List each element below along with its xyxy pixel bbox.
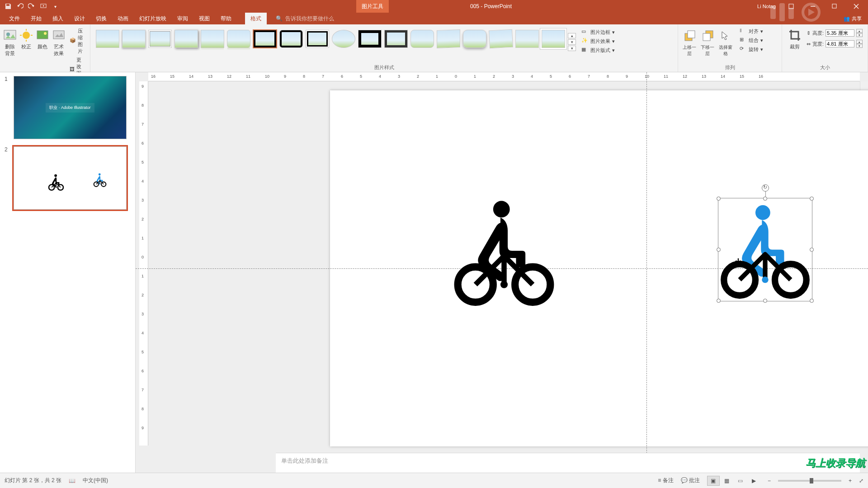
redo-icon[interactable] — [28, 3, 35, 10]
style-thumb-3[interactable] — [148, 30, 172, 48]
zoom-out-button[interactable]: − — [768, 478, 771, 484]
slide-thumbnails-panel[interactable]: 1 职业 · Adobe Illustrator 2 — [0, 72, 136, 473]
send-backward-button[interactable]: 下移一层 — [699, 27, 716, 57]
group-button[interactable]: ⊞组合 ▾ — [738, 36, 765, 44]
gallery-down-icon[interactable]: ▾ — [568, 39, 576, 45]
corrections-button[interactable]: 校正 — [19, 26, 33, 50]
style-thumb-4[interactable] — [175, 30, 198, 48]
style-thumb-14[interactable] — [437, 29, 460, 48]
style-thumb-16[interactable] — [489, 29, 513, 49]
normal-view-icon[interactable]: ▣ — [707, 476, 720, 486]
user-name[interactable]: Li Notag — [755, 4, 778, 9]
style-thumb-2[interactable] — [122, 30, 146, 48]
tab-design[interactable]: 设计 — [69, 13, 90, 24]
rotation-handle[interactable] — [762, 184, 769, 192]
tab-animations[interactable]: 动画 — [112, 13, 134, 24]
style-thumb-5[interactable] — [201, 30, 224, 48]
resize-handle-bl[interactable] — [717, 299, 721, 303]
selection-pane-button[interactable]: 选择窗格 — [717, 27, 734, 57]
style-thumb-11[interactable] — [358, 30, 382, 48]
style-thumb-10[interactable] — [332, 30, 355, 48]
picture-layout-button[interactable]: ▦图片版式 ▾ — [580, 46, 617, 54]
style-thumb-1[interactable] — [96, 30, 119, 48]
tab-review[interactable]: 审阅 — [172, 13, 193, 24]
share-label: 共享 — [852, 15, 862, 22]
language-indicator[interactable]: 中文(中国) — [83, 477, 108, 484]
blue-cyclist-image[interactable] — [719, 199, 811, 300]
color-button[interactable]: 颜色 — [35, 26, 50, 50]
style-thumb-12[interactable] — [384, 30, 408, 48]
tab-insert[interactable]: 插入 — [47, 13, 69, 24]
resize-handle-tl[interactable] — [717, 197, 721, 201]
gallery-scroll[interactable]: ▴ ▾ ▾ — [568, 26, 576, 54]
resize-handle-tr[interactable] — [810, 197, 814, 201]
spellcheck-icon[interactable]: 📖 — [69, 478, 75, 484]
tab-slideshow[interactable]: 幻灯片放映 — [134, 13, 172, 24]
height-spinner[interactable]: ▴▾ — [856, 29, 863, 37]
move-cursor-icon — [735, 258, 742, 265]
tab-view[interactable]: 视图 — [193, 13, 215, 24]
zoom-in-button[interactable]: + — [849, 478, 852, 484]
share-button[interactable]: 👥 共享 — [837, 13, 868, 24]
artistic-effects-button[interactable]: 艺术效果 — [52, 26, 66, 57]
style-thumb-17[interactable] — [515, 30, 539, 48]
tab-format[interactable]: 格式 — [245, 13, 267, 24]
crop-label: 裁剪 — [790, 43, 800, 50]
crop-button[interactable]: 裁剪 — [785, 26, 805, 50]
save-icon[interactable] — [5, 3, 12, 10]
remove-background-button[interactable]: 删除背景 — [3, 26, 17, 57]
gallery-more-icon[interactable]: ▾ — [568, 46, 576, 51]
sorter-view-icon[interactable]: ▦ — [721, 476, 733, 486]
resize-handle-mr[interactable] — [810, 248, 814, 252]
bring-forward-button[interactable]: 上移一层 — [681, 27, 698, 57]
black-cyclist-image[interactable] — [452, 194, 556, 307]
fit-window-button[interactable]: ⤢ — [859, 478, 863, 484]
chevron-down-icon: ▾ — [760, 47, 763, 52]
start-slideshow-icon[interactable] — [40, 3, 47, 10]
height-input[interactable] — [826, 29, 854, 37]
qat-more-icon[interactable]: ▾ — [52, 3, 59, 10]
maximize-icon[interactable] — [826, 0, 844, 13]
ribbon-options-icon[interactable] — [782, 0, 800, 13]
style-thumb-6[interactable] — [227, 30, 250, 48]
style-thumb-18[interactable] — [542, 30, 565, 48]
slide-editor[interactable]: 1615141312111098765432101234567891011121… — [136, 72, 868, 473]
style-thumb-13[interactable] — [410, 30, 434, 48]
close-icon[interactable] — [847, 0, 865, 13]
picture-styles-gallery[interactable] — [93, 26, 568, 54]
slide-canvas[interactable] — [330, 90, 868, 446]
style-thumb-9[interactable] — [306, 30, 329, 48]
notes-placeholder: 单击此处添加备注 — [281, 457, 328, 464]
picture-effects-button[interactable]: ✨图片效果 ▾ — [580, 37, 617, 45]
resize-handle-bm[interactable] — [763, 299, 767, 303]
tab-file[interactable]: 文件 — [4, 13, 25, 24]
tab-home[interactable]: 开始 — [25, 13, 47, 24]
style-thumb-8[interactable] — [279, 30, 303, 48]
rotate-button[interactable]: ⟳旋转 ▾ — [738, 45, 765, 53]
resize-handle-tm[interactable] — [763, 197, 767, 201]
picture-border-button[interactable]: ▭图片边框 ▾ — [580, 28, 617, 36]
comments-toggle[interactable]: 💬 批注 — [681, 477, 700, 484]
tell-me-search[interactable]: 🔍 告诉我你想要做什么 — [276, 13, 334, 24]
svg-rect-17 — [703, 33, 710, 41]
align-button[interactable]: ⫴对齐 ▾ — [738, 27, 765, 35]
compress-pictures-button[interactable]: 📦压缩图片 — [68, 27, 87, 55]
notes-toggle[interactable]: ≡ 备注 — [658, 477, 673, 484]
tab-help[interactable]: 帮助 — [215, 13, 237, 24]
style-thumb-7[interactable] — [253, 30, 277, 48]
reading-view-icon[interactable]: ▭ — [734, 476, 747, 486]
slideshow-view-icon[interactable]: ▶ — [748, 476, 760, 486]
gallery-up-icon[interactable]: ▴ — [568, 33, 576, 38]
resize-handle-ml[interactable] — [717, 248, 721, 252]
minimize-icon[interactable] — [804, 0, 822, 13]
resize-handle-br[interactable] — [810, 299, 814, 303]
width-input[interactable] — [826, 40, 854, 47]
zoom-slider[interactable] — [778, 480, 841, 482]
notes-pane[interactable]: 单击此处添加备注 — [276, 453, 860, 473]
slide-thumb-1[interactable]: 职业 · Adobe Illustrator — [14, 76, 127, 139]
tab-transitions[interactable]: 切换 — [90, 13, 112, 24]
undo-icon[interactable] — [16, 3, 24, 10]
style-thumb-15[interactable] — [463, 30, 486, 48]
width-spinner[interactable]: ▴▾ — [856, 40, 863, 48]
slide-thumb-2[interactable] — [14, 146, 127, 210]
